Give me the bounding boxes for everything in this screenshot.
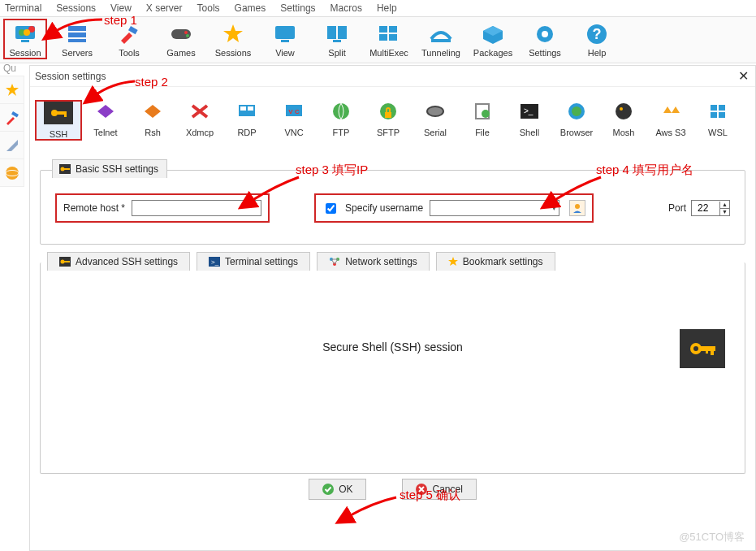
menu-macros[interactable]: Macros — [329, 2, 364, 15]
username-box: Specify username ▾ — [314, 193, 594, 223]
svg-rect-26 — [11, 111, 19, 117]
remote-host-input[interactable] — [132, 200, 261, 216]
session-settings-dialog: Session settings ✕ SSH Telnet Rsh Xdmcp … — [29, 65, 756, 551]
svg-rect-39 — [385, 112, 391, 118]
toolbar-view-button[interactable]: View — [263, 20, 307, 59]
username-combo[interactable]: ▾ — [430, 200, 559, 216]
svg-rect-49 — [711, 105, 717, 111]
svg-rect-51 — [711, 112, 717, 118]
help-icon: ? — [585, 22, 609, 46]
dialog-title: Session settings — [35, 71, 106, 82]
toolbar-label: Settings — [529, 48, 561, 58]
svg-rect-34 — [248, 106, 253, 111]
ok-button[interactable]: OK — [309, 479, 366, 500]
svg-rect-14 — [327, 26, 336, 39]
menu-terminal[interactable]: Terminal — [3, 2, 43, 15]
type-label: Telnet — [93, 128, 117, 137]
specify-username-checkbox[interactable] — [326, 203, 336, 214]
type-file[interactable]: File — [459, 100, 506, 141]
toolbar-settings-button[interactable]: Settings — [523, 20, 567, 59]
svg-point-56 — [575, 204, 580, 209]
cancel-button[interactable]: Cancel — [402, 479, 476, 500]
spin-buttons[interactable]: ▲▼ — [719, 202, 729, 215]
type-xdmcp[interactable]: Xdmcp — [176, 100, 223, 141]
rdp-icon — [232, 100, 261, 123]
toolbar-help-button[interactable]: ? Help — [575, 20, 619, 59]
menu-view[interactable]: View — [109, 2, 133, 15]
type-rdp[interactable]: RDP — [223, 100, 270, 141]
wsl-icon — [703, 100, 732, 123]
type-label: WSL — [708, 128, 728, 137]
type-label: FTP — [333, 128, 350, 137]
split-icon — [325, 22, 349, 46]
shell-icon: >_ — [515, 100, 544, 123]
menu-xserver[interactable]: X server — [145, 2, 184, 15]
toolbar-servers-button[interactable]: Servers — [55, 20, 99, 59]
toolbar-session-button[interactable]: Session — [3, 19, 47, 59]
users-browse-button[interactable] — [569, 200, 585, 216]
advanced-tabs-panel: Advanced SSH settings >_ Terminal settin… — [40, 262, 745, 474]
type-sftp[interactable]: SFTP — [365, 100, 412, 141]
type-label: SFTP — [377, 128, 400, 137]
toolbar-sessions-button[interactable]: Sessions — [211, 20, 255, 59]
toolbar-label: MultiExec — [369, 48, 408, 58]
type-label: Browser — [560, 128, 593, 137]
toolbar-split-button[interactable]: Split — [315, 20, 359, 59]
type-serial[interactable]: Serial — [412, 100, 459, 141]
svg-rect-55 — [64, 168, 70, 170]
svg-rect-21 — [431, 39, 451, 42]
toolbar-label: Sessions — [215, 48, 252, 58]
svg-rect-52 — [719, 112, 725, 118]
svg-rect-31 — [64, 111, 67, 117]
toolbar-games-button[interactable]: Games — [159, 20, 203, 59]
sidetab-sftp[interactable] — [0, 159, 24, 187]
menu-help[interactable]: Help — [375, 2, 399, 15]
menu-tools[interactable]: Tools — [196, 2, 222, 15]
type-label: VNC — [284, 128, 303, 137]
type-shell[interactable]: >_Shell — [506, 100, 553, 141]
type-browser[interactable]: Browser — [553, 100, 600, 141]
sidetab-favorites[interactable] — [0, 76, 24, 104]
port-spinner[interactable]: ▲▼ — [691, 200, 730, 216]
type-ftp[interactable]: FTP — [318, 100, 365, 141]
port-input[interactable] — [695, 201, 719, 215]
quick-connect-field[interactable]: Qu — [0, 62, 24, 76]
toolbar-packages-button[interactable]: Packages — [471, 20, 515, 59]
user-icon — [572, 202, 583, 214]
type-label: Aws S3 — [655, 128, 685, 137]
type-mosh[interactable]: Mosh — [600, 100, 647, 141]
ok-check-icon — [322, 484, 334, 495]
toolbar-tools-button[interactable]: Tools — [107, 20, 151, 59]
menu-settings[interactable]: Settings — [279, 2, 317, 15]
svg-rect-17 — [379, 26, 387, 33]
svg-rect-12 — [275, 26, 295, 39]
toolbar-label: Tunneling — [421, 48, 460, 58]
svg-point-11 — [186, 34, 189, 37]
svg-point-27 — [6, 167, 19, 180]
key-icon — [59, 164, 71, 174]
type-label: Mosh — [613, 128, 635, 137]
menu-sessions[interactable]: Sessions — [54, 2, 97, 15]
svg-rect-19 — [379, 34, 387, 41]
type-wsl[interactable]: WSL — [694, 100, 741, 141]
close-icon[interactable]: ✕ — [738, 68, 749, 84]
type-telnet[interactable]: Telnet — [82, 100, 129, 141]
star-icon — [221, 22, 245, 46]
svg-point-48 — [620, 107, 623, 111]
type-label: Serial — [424, 128, 447, 137]
sidetab-macros[interactable] — [0, 132, 24, 159]
svg-point-29 — [51, 110, 58, 116]
menu-games[interactable]: Games — [233, 2, 268, 15]
svg-point-23 — [542, 31, 548, 37]
sidetab-tools[interactable] — [0, 104, 24, 132]
toolbar-multiexec-button[interactable]: MultiExec — [367, 20, 411, 59]
svg-rect-16 — [333, 40, 341, 42]
svg-rect-1 — [21, 40, 29, 42]
gamepad-icon — [169, 22, 193, 46]
type-aws[interactable]: Aws S3 — [647, 100, 694, 141]
type-rsh[interactable]: Rsh — [129, 100, 176, 141]
type-vnc[interactable]: V CVNC — [270, 100, 318, 141]
toolbar-tunneling-button[interactable]: Tunneling — [419, 20, 463, 59]
servers-icon — [65, 22, 89, 46]
type-ssh[interactable]: SSH — [35, 100, 82, 141]
